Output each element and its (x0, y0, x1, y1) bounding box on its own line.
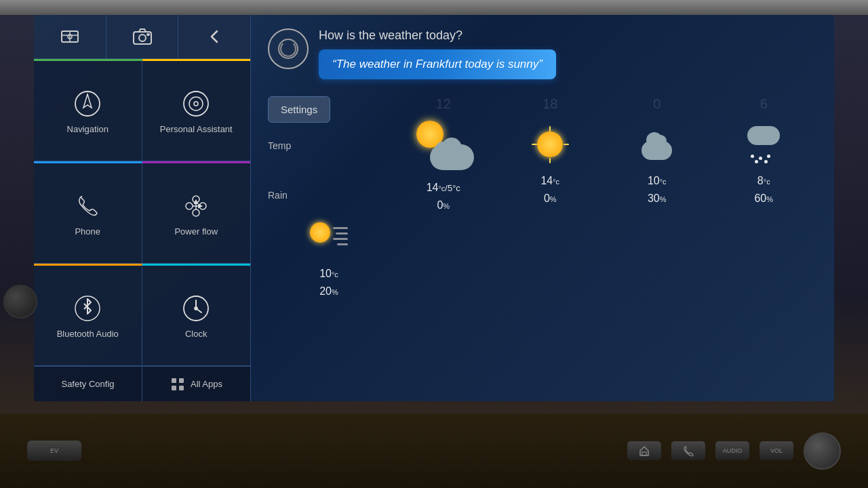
weather-icon-hazy-sun (309, 219, 349, 256)
weather-temp-1: 14°c (540, 175, 559, 187)
personal-assistant-icon (180, 87, 212, 120)
weather-col-1: 14°c 0% (497, 123, 604, 208)
svg-rect-25 (172, 386, 176, 390)
top-icon-bar (34, 15, 250, 59)
svg-rect-4 (147, 34, 149, 35)
phone-hw-icon (682, 445, 694, 457)
weather-col-3: 8°c 60% (711, 123, 818, 208)
weather-col-0: 14°c/5°c 0% (390, 116, 497, 215)
all-apps-icon (170, 377, 185, 392)
phone-label: Phone (75, 226, 100, 237)
ev-button[interactable]: EV (27, 441, 81, 461)
sidebar: Navigation Personal Assistant (34, 15, 251, 401)
clock-icon (180, 292, 212, 325)
navigation-label: Navigation (67, 124, 108, 134)
mirror-button[interactable] (34, 15, 106, 58)
weather-icon-cloudy (638, 126, 675, 163)
time-label-6: 6 (711, 96, 818, 112)
back-button[interactable] (178, 15, 250, 58)
time-label-12: 12 (390, 96, 497, 112)
svg-point-13 (193, 209, 199, 216)
clock-label: Clock (185, 329, 208, 339)
time-label-0: 0 (604, 96, 711, 112)
right-button-group: AUDIO VOL (627, 432, 841, 470)
weather-section: 12 18 0 6 Temp Rain (268, 96, 817, 301)
svg-point-7 (184, 92, 208, 116)
weather-rain-1: 0% (544, 192, 557, 205)
svg-point-8 (189, 97, 203, 110)
app-navigation[interactable]: Navigation (34, 59, 142, 161)
power-flow-label: Power flow (174, 226, 218, 237)
all-apps-label: All Apps (191, 379, 222, 389)
navigation-icon (71, 87, 104, 120)
weather-rain-2: 30% (648, 192, 667, 205)
weather-col-2: 10°c 30% (604, 123, 711, 208)
weather-icon-partly-cloudy-large (413, 119, 474, 170)
app-bluetooth-audio[interactable]: Bluetooth Audio (34, 264, 142, 366)
main-content: How is the weather today? “The weather i… (251, 15, 834, 401)
left-button-group: EV (27, 441, 81, 461)
safety-config-button[interactable]: Safety Config (34, 367, 142, 401)
physical-buttons-bar: EV AUDIO VOL (0, 413, 868, 488)
weather-rain-4: 20% (319, 285, 338, 298)
weather-rain-0: 0% (437, 199, 450, 211)
app-phone[interactable]: Phone (34, 161, 142, 264)
voice-assistant-icon (268, 28, 309, 69)
weather-temp-0: 14°c/5°c (427, 182, 460, 194)
app-clock[interactable]: Clock (142, 264, 251, 366)
weather-col-4: 10°c 20% (268, 216, 390, 301)
time-label-18: 18 (497, 96, 604, 112)
weather-rain-label: Rain (268, 190, 288, 201)
phone-icon (71, 190, 104, 222)
voice-text-area: How is the weather today? “The weather i… (319, 28, 817, 79)
svg-marker-16 (199, 205, 201, 207)
svg-rect-26 (179, 386, 184, 390)
back-icon (203, 26, 225, 47)
audio-button[interactable]: AUDIO (715, 441, 749, 460)
svg-marker-17 (195, 201, 197, 203)
app-grid: Navigation Personal Assistant (34, 59, 250, 366)
home-icon (638, 445, 650, 457)
svg-rect-24 (179, 378, 184, 383)
power-flow-icon (180, 190, 212, 222)
weather-temp-3: 8°c (757, 175, 770, 187)
weather-temp-label: Temp (268, 140, 291, 151)
weather-temp-2: 10°c (648, 175, 667, 187)
safety-config-label: Safety Config (61, 379, 114, 389)
voice-response-bubble: “The weather in Frankfurt today is sunny… (319, 49, 556, 79)
weather-labels-col: Temp Rain (268, 115, 390, 216)
time-labels-row: 12 18 0 6 (268, 96, 817, 112)
weather-icon-snow (745, 126, 783, 163)
bluetooth-audio-label: Bluetooth Audio (57, 329, 119, 339)
mirror-icon (59, 26, 81, 47)
vol-button[interactable]: VOL (760, 441, 793, 460)
voice-area: How is the weather today? “The weather i… (268, 28, 817, 79)
svg-point-3 (139, 35, 146, 41)
left-dial[interactable] (3, 285, 37, 319)
all-apps-button[interactable]: All Apps (142, 367, 250, 401)
infotainment-screen: Navigation Personal Assistant (34, 15, 834, 401)
personal-assistant-label: Personal Assistant (160, 124, 233, 134)
weather-icon-sunny (532, 126, 569, 163)
weather-rain-3: 60% (754, 192, 773, 205)
voice-question: How is the weather today? (319, 28, 817, 43)
svg-marker-6 (83, 94, 92, 108)
bottom-bar: Safety Config All Apps (34, 366, 250, 401)
camera-button[interactable] (106, 15, 179, 58)
weather-grid: Temp Rain (268, 115, 817, 301)
app-personal-assistant[interactable]: Personal Assistant (142, 59, 251, 161)
top-bezel (0, 0, 868, 15)
bluetooth-icon (71, 292, 104, 325)
phone-hw-button[interactable] (671, 441, 705, 460)
weather-temp-4: 10°c (319, 268, 338, 280)
svg-rect-23 (172, 378, 176, 383)
home-button[interactable] (627, 441, 661, 460)
app-power-flow[interactable]: Power flow (142, 161, 251, 264)
svg-point-9 (194, 102, 198, 106)
svg-point-10 (186, 203, 193, 209)
svg-point-22 (195, 307, 197, 310)
volume-knob[interactable] (804, 432, 841, 470)
camera-icon (132, 26, 153, 47)
